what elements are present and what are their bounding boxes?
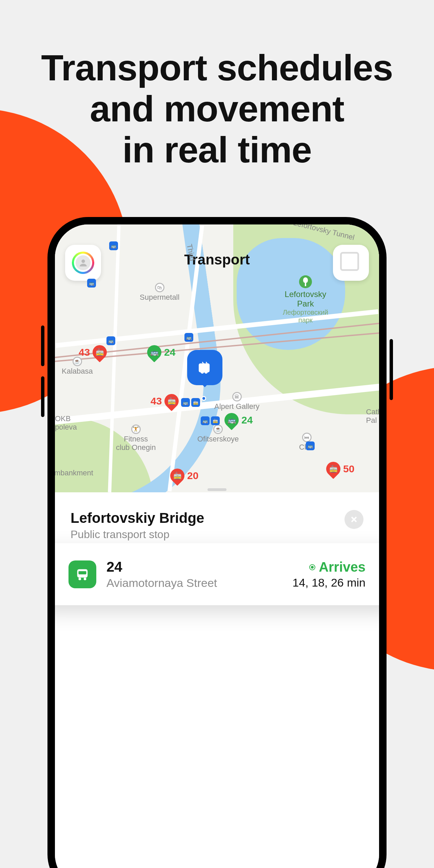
drag-handle[interactable] <box>208 488 226 491</box>
layers-icon <box>343 255 359 271</box>
park-label: Lefortovsky Park Лефортовский парк <box>283 275 328 324</box>
selected-stop-dot <box>201 396 206 401</box>
poi-cathedral: Cath Pal <box>366 408 379 425</box>
bus-icon <box>68 560 96 588</box>
phone-frame: Transport Lefortovsky Park Лефортовский … <box>47 217 387 868</box>
stop-chip-icon[interactable]: 🚌 <box>109 241 118 250</box>
vehicle-pin-tram[interactable]: 43🚋 <box>79 345 107 359</box>
stop-chip-icon[interactable]: 🚌 <box>87 279 96 288</box>
trolleybus-icon <box>197 360 212 375</box>
route-row-highlighted[interactable]: 24 Aviamotornaya Street Arrives 14, 18, … <box>47 543 387 605</box>
stop-chip-icon[interactable]: 🚌 <box>106 336 115 345</box>
svg-point-2 <box>205 370 208 372</box>
tree-icon <box>299 275 312 288</box>
route-number: 24 <box>106 559 217 575</box>
stop-subtitle: Public transport stop <box>71 528 204 541</box>
close-icon <box>350 515 358 524</box>
phone-volume-up <box>41 326 44 366</box>
svg-rect-0 <box>199 364 209 370</box>
route-eta-list: 14, 18, 26 min <box>293 576 366 589</box>
avatar-icon <box>76 255 91 270</box>
poi-alpert: 🏛Alpert Gallery <box>214 392 259 411</box>
phone-volume-down <box>41 376 44 417</box>
svg-point-11 <box>84 577 86 580</box>
svg-point-1 <box>200 370 203 372</box>
phone-power <box>390 339 393 400</box>
svg-rect-9 <box>79 571 86 574</box>
stop-pair-icon[interactable]: 🚌🚋 <box>181 398 200 407</box>
selected-stop-marker[interactable] <box>187 350 222 385</box>
poi-kalabasa: ☕Kalabasa <box>62 357 93 375</box>
poi-supermetall: 🛍Supermetall <box>140 283 179 301</box>
poi-onegin: 🏋Fitness club Onegin <box>116 425 156 452</box>
vehicle-pin-tram[interactable]: 43🚋 <box>151 394 179 408</box>
vehicle-pin-bus[interactable]: 🚌24 <box>224 413 253 427</box>
route-destination: Aviamotornaya Street <box>106 576 217 590</box>
vehicle-pin-bus[interactable]: 🚌24 <box>147 345 175 359</box>
stop-chip-icon[interactable]: 🚌 <box>184 333 193 342</box>
route-status: Arrives <box>293 559 366 575</box>
profile-button[interactable] <box>65 245 101 281</box>
svg-point-10 <box>79 577 81 580</box>
vehicle-pin-tram[interactable]: 🚋20 <box>170 469 198 483</box>
stop-pair-icon[interactable]: 🚌🚋 <box>201 416 220 425</box>
layers-button[interactable] <box>333 245 369 281</box>
marketing-headline: Transport schedules and movement in real… <box>0 47 434 171</box>
map-view[interactable]: Transport Lefortovsky Park Лефортовский … <box>55 224 379 492</box>
stop-chip-icon[interactable]: 🚌 <box>306 441 315 450</box>
poi-okb: OKB poleva <box>55 414 77 432</box>
map-mode-title: Transport <box>55 252 379 268</box>
close-button[interactable] <box>344 510 363 529</box>
stop-name: Lefortovskiy Bridge <box>71 510 204 526</box>
poi-embankment: mbankment <box>55 469 93 477</box>
vehicle-pin-tram[interactable]: 🚋50 <box>326 462 354 476</box>
